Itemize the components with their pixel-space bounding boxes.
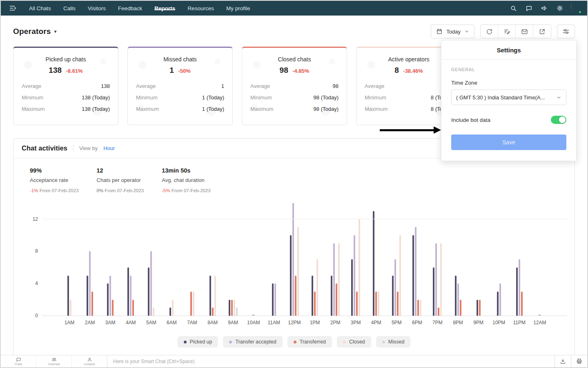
legend-label: Closed (349, 339, 365, 345)
bar-transfer-accepted (457, 283, 459, 316)
bar-picked-up (392, 276, 394, 316)
minimum-label: Minimum (22, 94, 43, 101)
dock-chats[interactable]: Chats (1, 355, 36, 367)
legend-item-transferred[interactable]: Transferred (287, 336, 332, 348)
refresh-icon[interactable] (481, 25, 498, 38)
bar-closed (399, 235, 401, 316)
nav-reports[interactable]: Reports (148, 5, 181, 11)
legend-item-missed[interactable]: Missed (376, 336, 411, 348)
y-axis-label: 4 (28, 280, 38, 286)
x-axis-label: 9AM (223, 320, 243, 325)
top-navbar: All Chats Calls Visitors Feedback Report… (1, 1, 587, 16)
nav-calls[interactable]: Calls (57, 5, 82, 11)
maximum-label: Maximum (250, 106, 273, 112)
bar-group-6am (161, 300, 182, 316)
bar-picked-up (67, 276, 69, 316)
bar-group-3pm (345, 219, 366, 316)
stat-change: 0% (97, 188, 104, 193)
bar-transfer-accepted (130, 276, 131, 316)
legend-item-closed[interactable]: Closed (337, 336, 371, 348)
settings-section-general: GENERAL (451, 67, 566, 72)
bar-picked-up (477, 300, 478, 316)
bar-group-7am (182, 292, 202, 316)
y-axis-label: 12 (28, 216, 38, 222)
zero-marker (252, 314, 255, 316)
bar-group-1am (59, 276, 80, 316)
include-bot-data-toggle[interactable] (551, 116, 566, 124)
card-change: -4.85% (292, 68, 309, 74)
stat-label: Chats per operator (97, 177, 144, 183)
download-icon[interactable] (555, 355, 571, 367)
average-label: Average (250, 83, 270, 89)
bar-group-6pm (407, 227, 427, 316)
bar-group-3am (100, 276, 120, 316)
save-button[interactable]: Save (451, 135, 566, 150)
legend-dot (184, 341, 187, 343)
date-range-button[interactable]: Today (431, 25, 474, 38)
nav-resources[interactable]: Resources (181, 5, 220, 11)
bar-transferred (132, 300, 134, 316)
nav-all-chats[interactable]: All Chats (23, 5, 57, 11)
bar-transfer-accepted (274, 283, 276, 316)
chevron-down-icon (556, 95, 561, 100)
dock-channels[interactable]: Channels (36, 355, 72, 367)
report-selector-caret-icon[interactable]: ▾ (54, 29, 57, 34)
comment-icon[interactable] (523, 2, 535, 14)
nav-my-profile[interactable]: My profile (220, 5, 256, 11)
bar-closed (193, 292, 194, 316)
speaker-icon[interactable] (538, 2, 550, 14)
avatar[interactable] (571, 3, 581, 13)
bar-picked-up (351, 259, 353, 316)
bar-picked-up (127, 267, 129, 316)
dock-contacts[interactable]: Contacts (72, 355, 107, 367)
bar-transfer-accepted (499, 283, 501, 316)
online-status-dot (578, 10, 582, 14)
printer-icon[interactable] (571, 355, 587, 367)
mail-icon[interactable] (516, 25, 533, 38)
legend-item-picked-up[interactable]: Picked up (178, 336, 218, 348)
bar-group-8pm (448, 276, 468, 316)
bar-picked-up (516, 267, 518, 316)
menu-collapse-icon[interactable] (7, 4, 23, 12)
x-axis-label: 8PM (448, 320, 468, 325)
nav-feedback[interactable]: Feedback (112, 5, 148, 11)
search-icon[interactable] (507, 2, 519, 14)
x-axis-label: 7PM (427, 320, 448, 325)
timezone-select[interactable]: ( GMT 5:30 ) India Standard Time(A... (451, 90, 566, 105)
gear-icon[interactable] (554, 2, 566, 14)
view-by-label: View by (79, 145, 98, 151)
nav-visitors[interactable]: Visitors (82, 5, 112, 11)
bar-transfer-accepted (89, 251, 91, 316)
card-title: Active operators (365, 56, 453, 63)
bar-picked-up (433, 267, 434, 316)
bar-group-7pm (427, 243, 448, 316)
bar-picked-up (312, 276, 313, 316)
stat-avg-chat-duration: 13min 50s Avg. chat duration -5% From 07… (162, 167, 211, 193)
smart-filter-icon[interactable] (498, 25, 516, 38)
settings-popup: Settings GENERAL Time Zone ( GMT 5:30 ) … (441, 40, 577, 161)
avatar-image (571, 2, 572, 10)
bar-closed (420, 300, 421, 316)
card-closed-chats: Closed chats 98 -4.85% Average98 Minimum… (242, 47, 347, 125)
bar-group-5am (141, 251, 161, 316)
bar-transfer-accepted (109, 276, 111, 316)
view-by-value[interactable]: Hour (103, 145, 115, 151)
average-label: Average (136, 83, 156, 89)
bottom-dock: Chats Channels Contacts (1, 355, 587, 367)
export-icon[interactable] (533, 25, 551, 38)
nav-items: All Chats Calls Visitors Feedback Report… (23, 5, 256, 11)
chart-stats-row: 99% Acceptance rate -1% From 07-Feb-2023… (13, 158, 575, 196)
stat-change-from: From 07-Feb-2023 (40, 188, 79, 193)
bar-closed (359, 219, 360, 316)
x-axis-label: 12PM (284, 320, 305, 325)
x-axis-label: 2AM (80, 320, 100, 325)
report-settings-button[interactable] (557, 25, 575, 38)
bar-transfer-accepted (354, 235, 355, 316)
bar-picked-up (169, 307, 171, 316)
legend-item-transfer-accepted[interactable]: Transfer accepted (223, 336, 282, 348)
smart-chat-input[interactable] (107, 355, 555, 367)
dock-label: Contacts (84, 363, 95, 366)
bar-closed (378, 292, 379, 316)
bar-group-2pm (325, 243, 345, 316)
bar-transferred (521, 292, 523, 316)
